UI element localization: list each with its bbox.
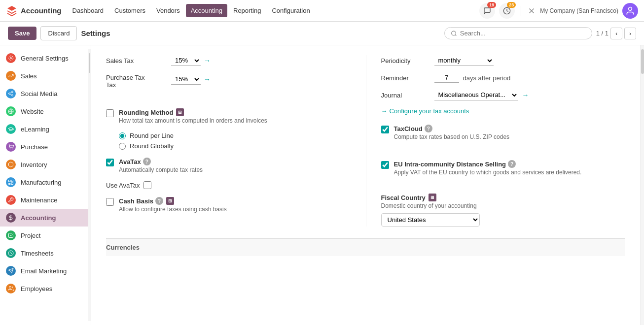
sidebar-item-social-media[interactable]: Social Media: [0, 85, 88, 102]
company-name[interactable]: My Company (San Francisco): [540, 7, 618, 14]
sidebar-item-email-marketing[interactable]: Email Marketing: [0, 262, 88, 280]
sidebar-item-sales[interactable]: Sales: [0, 67, 88, 85]
save-button[interactable]: Save: [8, 27, 36, 40]
fiscal-country-desc: Domestic country of your accounting: [381, 202, 616, 209]
purchase-tax-row: Purchase Tax Tax 15% →: [106, 74, 356, 89]
general-settings-icon: [6, 53, 16, 63]
discard-button[interactable]: Discard: [40, 26, 77, 40]
fiscal-country-section: Fiscal Country ⊞ Domestic country of you…: [381, 194, 616, 227]
sidebar-label-employees: Employees: [21, 285, 52, 292]
rounding-method-checkbox[interactable]: [106, 109, 114, 117]
next-page-button[interactable]: ›: [624, 28, 636, 39]
timesheets-icon: [6, 248, 16, 258]
sidebar-label-website: Website: [21, 108, 44, 115]
app-logo[interactable]: Accounting: [6, 5, 62, 17]
svg-point-21: [9, 287, 11, 289]
svg-point-9: [12, 95, 13, 96]
sidebar-item-accounting[interactable]: Accounting: [0, 209, 88, 227]
reminder-label: Reminder: [381, 74, 430, 82]
round-per-line-label[interactable]: Round per Line: [130, 132, 174, 139]
purchase-tax-arrow[interactable]: →: [204, 75, 211, 83]
scrollbar-thumb: [641, 49, 644, 74]
sidebar-label-email-marketing: Email Marketing: [21, 267, 67, 275]
sidebar-item-elearning[interactable]: eLearning: [0, 120, 88, 138]
chat-notification-button[interactable]: 19: [479, 3, 495, 19]
topnav-right: 19 23 My Company (San Francisco): [479, 3, 638, 19]
cash-basis-text: Cash Basis ? ⊞ Allow to configure taxes …: [119, 197, 227, 213]
sidebar-item-timesheets[interactable]: Timesheets: [0, 244, 88, 262]
elearning-icon: [6, 124, 16, 134]
sidebar-label-general: General Settings: [21, 55, 69, 62]
svg-rect-17: [11, 180, 13, 182]
nav-vendors[interactable]: Vendors: [151, 4, 185, 17]
sales-tax-select[interactable]: 15%: [171, 55, 201, 66]
sidebar-item-manufacturing[interactable]: Manufacturing: [0, 173, 88, 191]
activity-badge: 23: [507, 2, 516, 8]
round-per-line-radio[interactable]: [119, 132, 126, 139]
nav-accounting[interactable]: Accounting: [186, 4, 227, 17]
sidebar-label-sales: Sales: [21, 72, 37, 80]
svg-point-6: [10, 58, 12, 59]
reminder-row: Reminder days after period: [381, 73, 616, 83]
cash-basis-row: Cash Basis ? ⊞ Allow to configure taxes …: [106, 197, 356, 213]
svg-point-7: [12, 91, 13, 93]
configure-tax-accounts-link[interactable]: → Configure your tax accounts: [381, 107, 616, 115]
periodicity-select[interactable]: monthly: [434, 55, 494, 66]
nav-reporting[interactable]: Reporting: [228, 4, 266, 17]
right-scrollbar[interactable]: [640, 45, 644, 325]
user-avatar[interactable]: [622, 3, 638, 19]
sidebar-item-project[interactable]: Project: [0, 227, 88, 244]
fiscal-country-select[interactable]: United States: [381, 213, 480, 227]
svg-point-3: [629, 7, 632, 10]
use-avatax-checkbox[interactable]: [143, 181, 151, 189]
search-input[interactable]: [460, 30, 586, 37]
search-icon: [451, 30, 457, 37]
eu-intra-checkbox[interactable]: [381, 161, 389, 169]
website-icon: [6, 106, 16, 116]
nav-customers[interactable]: Customers: [109, 4, 150, 17]
rounding-method-title: Rounding Method: [119, 109, 173, 116]
reminder-days-input[interactable]: [434, 73, 459, 83]
search-bar: [444, 27, 592, 39]
sidebar-item-general-settings[interactable]: General Settings: [0, 49, 88, 67]
employees-icon: [6, 284, 16, 293]
taxcloud-checkbox[interactable]: [381, 126, 389, 133]
round-globally-row: Round Globally: [119, 142, 356, 150]
cash-basis-help-icon[interactable]: ?: [155, 197, 163, 205]
nav-configuration[interactable]: Configuration: [267, 4, 315, 17]
taxcloud-desc: Compute tax rates based on U.S. ZIP code…: [394, 133, 510, 140]
pagination: 1 / 1 ‹ ›: [596, 28, 636, 39]
sales-tax-arrow[interactable]: →: [204, 57, 211, 65]
sidebar-item-purchase[interactable]: Purchase: [0, 138, 88, 156]
sales-icon: [6, 71, 16, 81]
topnav-divider: [521, 6, 521, 16]
sidebar-item-employees[interactable]: Employees: [0, 280, 88, 297]
eu-intra-help-icon[interactable]: ?: [508, 160, 516, 168]
sales-tax-value-group: 15% →: [171, 55, 211, 66]
cash-basis-desc: Allow to configure taxes using cash basi…: [119, 206, 227, 213]
sales-tax-row: Sales Tax 15% →: [106, 55, 356, 66]
svg-line-5: [455, 34, 456, 35]
sidebar-item-maintenance[interactable]: Maintenance: [0, 191, 88, 209]
activity-notification-button[interactable]: 23: [499, 3, 515, 19]
close-icon[interactable]: [527, 6, 536, 15]
round-globally-radio[interactable]: [119, 143, 126, 150]
rounding-enterprise-icon: ⊞: [176, 108, 184, 116]
purchase-tax-select[interactable]: 15%: [171, 74, 201, 85]
nav-dashboard[interactable]: Dashboard: [68, 4, 109, 17]
sidebar-label-elearning: eLearning: [21, 126, 49, 133]
svg-rect-18: [11, 183, 13, 185]
prev-page-button[interactable]: ‹: [610, 28, 622, 39]
sales-tax-label: Sales Tax: [106, 57, 165, 65]
round-globally-label[interactable]: Round Globally: [130, 142, 174, 150]
purchase-icon: [6, 142, 16, 152]
journal-select[interactable]: Miscellaneous Operat...: [434, 90, 518, 100]
avatax-help-icon[interactable]: ?: [143, 158, 151, 165]
journal-arrow[interactable]: →: [522, 91, 529, 99]
sidebar-item-inventory[interactable]: Inventory: [0, 156, 88, 173]
cash-basis-checkbox[interactable]: [106, 198, 114, 206]
maintenance-icon: [6, 195, 16, 205]
avatax-checkbox[interactable]: [106, 159, 114, 166]
taxcloud-help-icon[interactable]: ?: [425, 125, 432, 132]
sidebar-item-website[interactable]: Website: [0, 102, 88, 120]
